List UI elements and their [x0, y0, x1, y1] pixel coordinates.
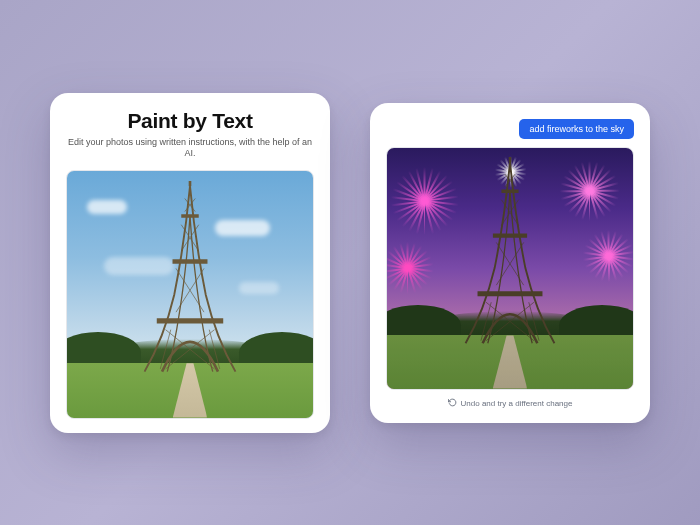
undo-label: Undo and try a different change	[461, 399, 573, 408]
eiffel-tower-icon	[133, 181, 246, 373]
app-subtitle: Edit your photos using written instructi…	[66, 137, 314, 160]
eiffel-tower-icon	[453, 157, 566, 345]
prompt-chip[interactable]: add fireworks to the sky	[519, 119, 634, 139]
undo-icon	[448, 398, 457, 409]
original-image[interactable]	[66, 170, 314, 419]
edited-panel: add fireworks to the sky	[370, 103, 650, 423]
edited-image[interactable]	[386, 147, 634, 390]
app-title: Paint by Text	[66, 109, 314, 133]
original-panel: Paint by Text Edit your photos using wri…	[50, 93, 330, 433]
undo-link[interactable]: Undo and try a different change	[386, 398, 634, 409]
